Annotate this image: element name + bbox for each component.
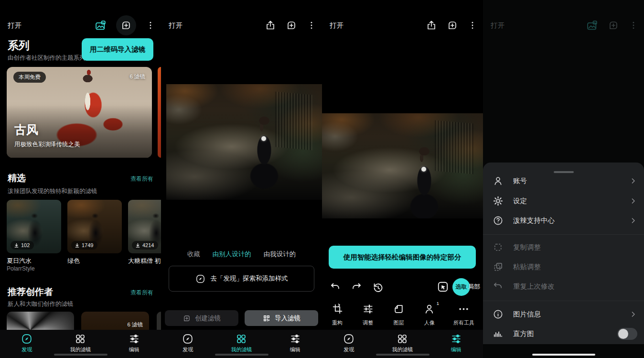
panel-edit: 打开 使用智能选择轻松编辑图像的特定部分: [322, 0, 483, 358]
filter-thumb[interactable]: 102: [7, 200, 61, 253]
qr-import-tooltip[interactable]: 用二维码导入滤镜: [82, 38, 153, 61]
nav-tab-discover[interactable]: 发现: [322, 330, 376, 358]
series-card-guofeng[interactable]: 本周免费 6 滤镜 古风 用极致色彩演绎传统之美: [7, 67, 152, 158]
filters-grid-icon: [397, 333, 408, 345]
menu-item-support[interactable]: 泼辣支持中心: [483, 211, 644, 230]
kebab-menu-icon[interactable]: [468, 20, 477, 31]
histogram-toggle[interactable]: [617, 328, 637, 340]
series-gallery-icon[interactable]: [586, 20, 598, 32]
qr-code-icon: [262, 314, 271, 323]
share-icon[interactable]: [426, 20, 437, 31]
tool-all-tools[interactable]: 所有工具: [445, 300, 483, 330]
creators-subtitle: 新人和大咖们创作的滤镜: [8, 300, 74, 308]
nav-tab-edit[interactable]: 编辑: [107, 330, 161, 358]
menu-item-repeat-last-edit[interactable]: 重复上次修改: [483, 277, 644, 296]
nav-tab-discover[interactable]: 发现: [0, 330, 54, 358]
history-controls: [330, 279, 384, 295]
open-button[interactable]: 打开: [491, 21, 505, 30]
portrait-icon: 1: [423, 303, 435, 317]
redo-button[interactable]: [351, 282, 362, 293]
download-icon: [135, 243, 140, 248]
home-indicator[interactable]: [215, 354, 268, 356]
home-indicator[interactable]: [532, 354, 595, 356]
home-indicator[interactable]: [376, 354, 429, 356]
download-icon: [14, 243, 19, 248]
create-filter-icon[interactable]: [447, 20, 458, 31]
tool-layers[interactable]: 图层: [383, 300, 414, 330]
featured-title: 精选: [8, 172, 26, 184]
kebab-menu-icon[interactable]: [629, 20, 638, 31]
smart-select-banner[interactable]: 使用智能选择轻松编辑图像的特定部分: [329, 246, 476, 269]
menu-item-copy-adjustments[interactable]: 复制调整: [483, 238, 644, 257]
tool-recompose[interactable]: 重构: [322, 300, 353, 330]
menu-item-paste-adjustments[interactable]: 粘贴调整: [483, 257, 644, 276]
filter-name: 绿色: [67, 257, 80, 265]
kebab-menu-icon[interactable]: [307, 20, 316, 31]
header-dimmed: 打开: [491, 17, 638, 33]
gear-icon: [493, 195, 505, 206]
share-icon[interactable]: [265, 20, 276, 31]
sliders-icon: [129, 333, 140, 345]
repeat-arrow-icon: [493, 281, 505, 292]
menu-item-settings[interactable]: 设定: [483, 191, 644, 210]
series-gallery-icon[interactable]: [95, 20, 107, 32]
filter-thumb[interactable]: 1749: [67, 200, 122, 253]
series-card-subtitle: 用极致色彩演绎传统之美: [14, 141, 80, 149]
history-button[interactable]: [372, 281, 384, 293]
create-filter-button[interactable]: 创建滤镜: [165, 310, 238, 326]
chevron-right-icon: [629, 310, 637, 318]
creators-title: 推荐创作者: [8, 286, 53, 298]
filter-thumb[interactable]: 4214: [128, 200, 161, 253]
help-circle-icon: [493, 215, 505, 226]
filter-name: 大糖糕僧 初雪: [128, 257, 161, 265]
editing-photo[interactable]: [322, 113, 483, 218]
edit-toolbar: 重构 调整 图层 1 人像: [322, 300, 483, 330]
import-qr-button[interactable]: [116, 15, 136, 35]
adjust-sliders-icon: [362, 303, 374, 317]
create-filter-icon[interactable]: [608, 20, 619, 31]
ellipsis-icon: [458, 303, 470, 317]
menu-item-histogram[interactable]: 直方图: [483, 324, 644, 343]
undo-button[interactable]: [330, 282, 341, 293]
series-card-next-sliver[interactable]: [158, 67, 161, 158]
person-icon: [493, 175, 505, 186]
open-button[interactable]: 打开: [169, 21, 183, 30]
nav-tab-discover[interactable]: 发现: [161, 330, 215, 358]
home-indicator[interactable]: [54, 354, 107, 356]
header-icons: [265, 20, 316, 31]
tab-favorites[interactable]: 收藏: [187, 250, 200, 259]
local-select-coachmark[interactable]: 选取 局部: [437, 277, 480, 296]
tool-portrait[interactable]: 1 人像: [414, 300, 445, 330]
current-photo[interactable]: [166, 84, 322, 200]
explore-styles-button[interactable]: 去「发现」探索和添加样式: [169, 266, 314, 292]
header: 打开: [169, 17, 316, 33]
create-filter-icon[interactable]: [286, 20, 297, 31]
filter-actions: 创建滤镜 导入滤镜: [165, 310, 318, 326]
plus-icon: [182, 314, 191, 323]
filters-grid-icon: [75, 333, 86, 345]
header-icons: [95, 15, 155, 35]
import-filter-button[interactable]: 导入滤镜: [245, 310, 318, 326]
menu-item-image-info[interactable]: 图片信息: [483, 304, 644, 324]
series-subtitle: 由创作者社区制作的主题系列: [8, 54, 86, 62]
photo-subject: [243, 114, 286, 195]
tab-by-others[interactable]: 由别人设计的: [213, 250, 251, 259]
app-screenshots: 打开 系列 由创作者社区制作的主题系列 用二维码导入滤镜 本周免费 6 滤镜 古…: [0, 0, 644, 358]
open-button[interactable]: 打开: [330, 21, 344, 30]
series-card-title: 古风: [14, 122, 38, 138]
divider: [483, 234, 644, 235]
featured-see-all-link[interactable]: 查看所有: [130, 175, 153, 183]
nav-tab-edit[interactable]: 编辑: [429, 330, 483, 358]
nav-tab-edit[interactable]: 编辑: [268, 330, 322, 358]
sliders-icon: [451, 333, 462, 345]
chevron-right-icon: [629, 217, 637, 225]
creators-see-all-link[interactable]: 查看所有: [130, 289, 153, 297]
panel-discover: 打开 系列 由创作者社区制作的主题系列 用二维码导入滤镜 本周免费 6 滤镜 古…: [0, 0, 161, 358]
series-filter-count: 6 滤镜: [129, 73, 145, 80]
tool-adjust[interactable]: 调整: [353, 300, 383, 330]
tab-by-me[interactable]: 由我设计的: [264, 250, 296, 259]
menu-item-account[interactable]: 账号: [483, 171, 644, 190]
open-button[interactable]: 打开: [8, 21, 22, 30]
compass-icon: [195, 274, 205, 284]
kebab-menu-icon[interactable]: [146, 20, 155, 31]
